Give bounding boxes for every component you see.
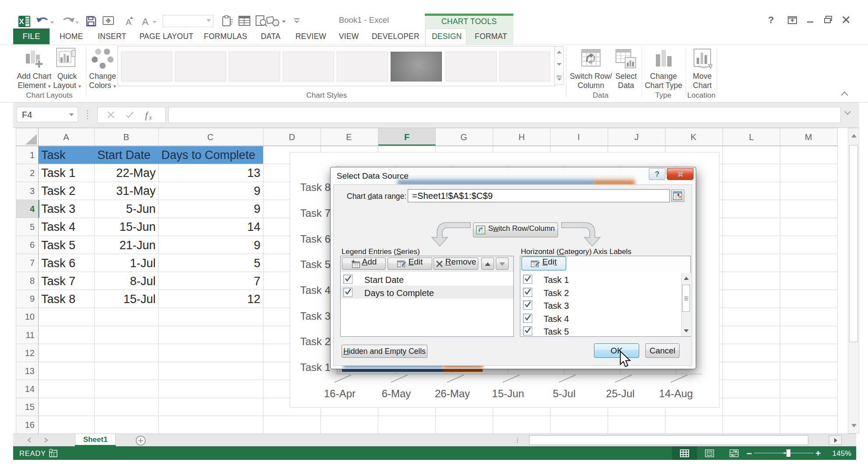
svg-text:13: 13 bbox=[25, 366, 35, 376]
svg-text:10: 10 bbox=[25, 312, 35, 321]
svg-text:9: 9 bbox=[254, 184, 260, 198]
svg-text:16-Apr: 16-Apr bbox=[324, 388, 356, 399]
svg-text:B: B bbox=[123, 132, 129, 142]
svg-text:Task 5: Task 5 bbox=[300, 258, 331, 270]
svg-text:8-Jul: 8-Jul bbox=[130, 275, 156, 288]
svg-text:A: A bbox=[63, 132, 69, 142]
svg-text:6: 6 bbox=[30, 240, 35, 250]
svg-text:f: f bbox=[145, 110, 149, 120]
svg-text:H: H bbox=[519, 132, 525, 142]
svg-text:x: x bbox=[149, 114, 152, 120]
svg-text:15-Jun: 15-Jun bbox=[119, 220, 156, 233]
svg-text:Task 4: Task 4 bbox=[300, 284, 331, 296]
svg-text:26-May: 26-May bbox=[435, 388, 470, 399]
svg-text:9: 9 bbox=[254, 239, 260, 252]
svg-text:15-Jun: 15-Jun bbox=[492, 388, 524, 399]
svg-text:13: 13 bbox=[247, 166, 260, 180]
svg-text:G: G bbox=[460, 132, 467, 142]
svg-text:Task 3: Task 3 bbox=[41, 202, 75, 215]
svg-text:5: 5 bbox=[30, 222, 35, 232]
svg-text:I: I bbox=[577, 132, 580, 142]
svg-text:Task 8: Task 8 bbox=[300, 181, 331, 193]
svg-text:Task 2: Task 2 bbox=[300, 335, 331, 347]
svg-text:Task 5: Task 5 bbox=[41, 239, 75, 252]
svg-text:25-Jul: 25-Jul bbox=[606, 388, 634, 399]
svg-text:7: 7 bbox=[30, 258, 35, 268]
svg-text:K: K bbox=[690, 132, 697, 142]
svg-text:3: 3 bbox=[30, 186, 35, 196]
svg-text:8: 8 bbox=[30, 276, 35, 286]
svg-text:Task: Task bbox=[41, 148, 66, 162]
svg-text:Task 7: Task 7 bbox=[300, 207, 331, 219]
svg-text:Task 6: Task 6 bbox=[41, 257, 75, 270]
svg-text:9: 9 bbox=[254, 202, 260, 215]
svg-text:D: D bbox=[289, 132, 295, 142]
svg-text:1: 1 bbox=[30, 150, 35, 160]
svg-text:Start Date: Start Date bbox=[97, 148, 151, 162]
svg-text:21-Jun: 21-Jun bbox=[119, 239, 156, 252]
svg-text:5: 5 bbox=[254, 257, 260, 270]
svg-text:6-May: 6-May bbox=[382, 388, 411, 399]
svg-text:M: M bbox=[805, 132, 812, 142]
svg-text:Task 1: Task 1 bbox=[41, 166, 75, 180]
svg-text:4: 4 bbox=[30, 204, 35, 214]
svg-text:Task 4: Task 4 bbox=[41, 220, 75, 233]
svg-text:1-Jul: 1-Jul bbox=[130, 257, 156, 270]
svg-text:Task 6: Task 6 bbox=[300, 233, 331, 245]
svg-text:12: 12 bbox=[25, 348, 35, 358]
svg-text:Task 3: Task 3 bbox=[300, 310, 331, 322]
svg-text:X: X bbox=[19, 18, 24, 26]
svg-text:22-May: 22-May bbox=[116, 166, 156, 180]
svg-text:31-May: 31-May bbox=[116, 184, 156, 198]
svg-text:Task 7: Task 7 bbox=[41, 275, 75, 288]
svg-text:7: 7 bbox=[254, 275, 260, 288]
svg-text:15-Jul: 15-Jul bbox=[123, 293, 156, 306]
svg-text:16: 16 bbox=[25, 420, 35, 430]
svg-text:F: F bbox=[404, 132, 409, 142]
svg-text:A: A bbox=[126, 18, 132, 27]
svg-text:14: 14 bbox=[25, 384, 35, 394]
svg-text:12: 12 bbox=[247, 293, 260, 306]
svg-text:9: 9 bbox=[30, 294, 35, 304]
svg-text:Task 2: Task 2 bbox=[41, 184, 75, 198]
svg-text:Task 1: Task 1 bbox=[300, 361, 331, 373]
svg-text:2: 2 bbox=[30, 168, 35, 178]
svg-text:E: E bbox=[346, 132, 352, 142]
svg-text:5-Jun: 5-Jun bbox=[126, 202, 156, 215]
svg-text:L: L bbox=[749, 132, 754, 142]
svg-text:15: 15 bbox=[25, 402, 35, 412]
svg-text:J: J bbox=[634, 132, 639, 142]
svg-text:14-Aug: 14-Aug bbox=[659, 388, 693, 399]
svg-text:Days to Complete: Days to Complete bbox=[161, 148, 256, 162]
svg-text:Task 8: Task 8 bbox=[41, 293, 75, 306]
svg-text:11: 11 bbox=[25, 330, 35, 340]
svg-text:A: A bbox=[142, 16, 149, 27]
svg-text:14: 14 bbox=[247, 220, 260, 233]
svg-text:5-Jul: 5-Jul bbox=[553, 388, 576, 399]
svg-text:C: C bbox=[207, 132, 213, 142]
